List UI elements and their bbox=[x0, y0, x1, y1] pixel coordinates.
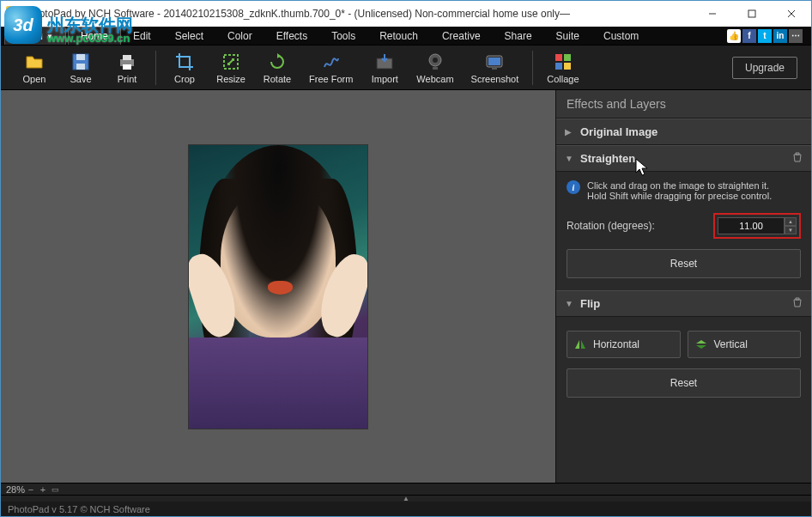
tool-label: Resize bbox=[216, 74, 245, 84]
section-label: Straighten bbox=[580, 152, 792, 165]
panel-title: Effects and Layers bbox=[556, 90, 811, 119]
save-button[interactable]: Save bbox=[63, 50, 99, 86]
flip-horizontal-button[interactable]: Horizontal bbox=[567, 331, 681, 358]
spinner-up-button[interactable]: ▲ bbox=[785, 217, 797, 226]
trash-icon[interactable] bbox=[792, 297, 803, 310]
effects-layers-panel: Effects and Layers ▶ Original Image ▼ St… bbox=[555, 90, 811, 483]
section-straighten[interactable]: ▼ Straighten bbox=[556, 145, 811, 172]
flip-horizontal-icon bbox=[574, 339, 586, 350]
screenshot-icon bbox=[484, 52, 505, 72]
open-icon bbox=[24, 52, 45, 72]
tab-retouch[interactable]: Retouch bbox=[367, 27, 430, 45]
close-button[interactable] bbox=[772, 1, 811, 27]
rotation-input[interactable] bbox=[718, 217, 785, 234]
svg-rect-16 bbox=[488, 58, 500, 65]
menu-label: Menu bbox=[17, 30, 43, 42]
screenshot-button[interactable]: Screenshot bbox=[468, 50, 523, 86]
crop-button[interactable]: Crop bbox=[167, 50, 203, 86]
svg-rect-20 bbox=[555, 63, 562, 70]
share-icon[interactable]: ⋯ bbox=[789, 29, 803, 43]
toolbar-separator bbox=[155, 51, 156, 85]
zoom-fit-button[interactable]: ▭ bbox=[49, 485, 61, 494]
tool-label: Rotate bbox=[264, 74, 291, 84]
chevron-down-icon: ▼ bbox=[46, 33, 53, 40]
tool-label: Collage bbox=[547, 74, 579, 84]
tool-label: Save bbox=[70, 74, 91, 84]
rotate-button[interactable]: Rotate bbox=[259, 50, 295, 86]
tool-label: Screenshot bbox=[471, 74, 519, 84]
tool-label: Webcam bbox=[416, 74, 453, 84]
spinner-down-button[interactable]: ▼ bbox=[785, 226, 797, 234]
tab-edit[interactable]: Edit bbox=[121, 27, 163, 45]
resize-button[interactable]: Resize bbox=[213, 50, 249, 86]
tab-home[interactable]: Home bbox=[68, 27, 121, 45]
app-icon bbox=[6, 6, 21, 21]
straighten-hint: Click and drag on the image to straighte… bbox=[587, 180, 772, 201]
save-icon bbox=[70, 52, 91, 72]
toolbar: OpenSavePrint CropResizeRotateFree FormI… bbox=[1, 46, 811, 90]
rotation-label: Rotation (degrees): bbox=[567, 220, 655, 232]
tab-custom[interactable]: Custom bbox=[591, 27, 651, 45]
import-button[interactable]: Import bbox=[367, 50, 403, 86]
svg-rect-6 bbox=[76, 64, 85, 70]
freeform-button[interactable]: Free Form bbox=[306, 50, 356, 86]
trash-icon[interactable] bbox=[792, 152, 803, 165]
upgrade-button[interactable]: Upgrade bbox=[732, 57, 797, 79]
tab-select[interactable]: Select bbox=[163, 27, 215, 45]
menubar: Menu ▼ Home Edit Select Color Effects To… bbox=[1, 27, 811, 46]
toolbar-separator bbox=[532, 51, 533, 85]
svg-rect-8 bbox=[123, 55, 131, 60]
flip-body: Horizontal Vertical Reset bbox=[556, 317, 811, 410]
zoom-in-button[interactable]: + bbox=[37, 484, 49, 495]
collapse-bar[interactable]: ▲ bbox=[1, 495, 811, 502]
canvas-image[interactable] bbox=[189, 145, 367, 429]
straighten-body: i Click and drag on the image to straigh… bbox=[556, 172, 811, 290]
tab-suite[interactable]: Suite bbox=[544, 27, 591, 45]
linkedin-icon[interactable]: in bbox=[773, 29, 787, 43]
twitter-icon[interactable]: t bbox=[758, 29, 772, 43]
section-flip[interactable]: ▼ Flip bbox=[556, 290, 811, 317]
tab-share[interactable]: Share bbox=[493, 27, 544, 45]
svg-rect-18 bbox=[555, 54, 562, 61]
webcam-button[interactable]: Webcam bbox=[413, 50, 457, 86]
tool-label: Free Form bbox=[309, 74, 353, 84]
titlebar: PhotoPad by NCH Software - 2014021021530… bbox=[1, 1, 811, 27]
tab-color[interactable]: Color bbox=[215, 27, 264, 45]
collage-button[interactable]: Collage bbox=[543, 50, 582, 86]
info-icon: i bbox=[567, 180, 580, 194]
flip-vertical-button[interactable]: Vertical bbox=[688, 331, 802, 358]
section-label: Original Image bbox=[580, 125, 803, 138]
resize-icon bbox=[221, 52, 241, 72]
facebook-icon[interactable]: f bbox=[742, 29, 756, 43]
zoom-out-button[interactable]: − bbox=[25, 484, 37, 495]
svg-rect-9 bbox=[123, 64, 131, 70]
social-icons: 👍 f t in ⋯ bbox=[727, 29, 803, 43]
print-icon bbox=[117, 52, 137, 72]
print-button[interactable]: Print bbox=[109, 50, 145, 86]
tab-effects[interactable]: Effects bbox=[264, 27, 319, 45]
section-original-image[interactable]: ▶ Original Image bbox=[556, 119, 811, 145]
section-label: Flip bbox=[580, 297, 792, 310]
tool-label: Open bbox=[23, 74, 46, 84]
menu-dropdown[interactable]: Menu ▼ bbox=[4, 27, 66, 45]
rotation-input-highlight: ▲ ▼ bbox=[713, 213, 801, 239]
tab-tools[interactable]: Tools bbox=[319, 27, 367, 45]
freeform-icon bbox=[321, 52, 342, 72]
chevron-down-icon: ▼ bbox=[565, 154, 575, 163]
webcam-icon bbox=[425, 52, 445, 72]
zoom-bar: 28% − + ▭ bbox=[1, 483, 811, 495]
straighten-reset-button[interactable]: Reset bbox=[567, 249, 801, 278]
flip-reset-button[interactable]: Reset bbox=[567, 368, 801, 398]
flip-h-label: Horizontal bbox=[593, 338, 639, 350]
chevron-down-icon: ▼ bbox=[565, 299, 575, 308]
zoom-level: 28% bbox=[6, 484, 25, 495]
canvas-area[interactable] bbox=[1, 90, 555, 483]
chevron-right-icon: ▶ bbox=[565, 127, 575, 137]
svg-point-13 bbox=[433, 58, 438, 63]
maximize-button[interactable] bbox=[732, 1, 772, 27]
tab-creative[interactable]: Creative bbox=[430, 27, 493, 45]
like-icon[interactable]: 👍 bbox=[727, 29, 741, 43]
open-button[interactable]: Open bbox=[16, 50, 52, 86]
svg-rect-19 bbox=[564, 54, 571, 61]
minimize-button[interactable] bbox=[693, 1, 732, 27]
